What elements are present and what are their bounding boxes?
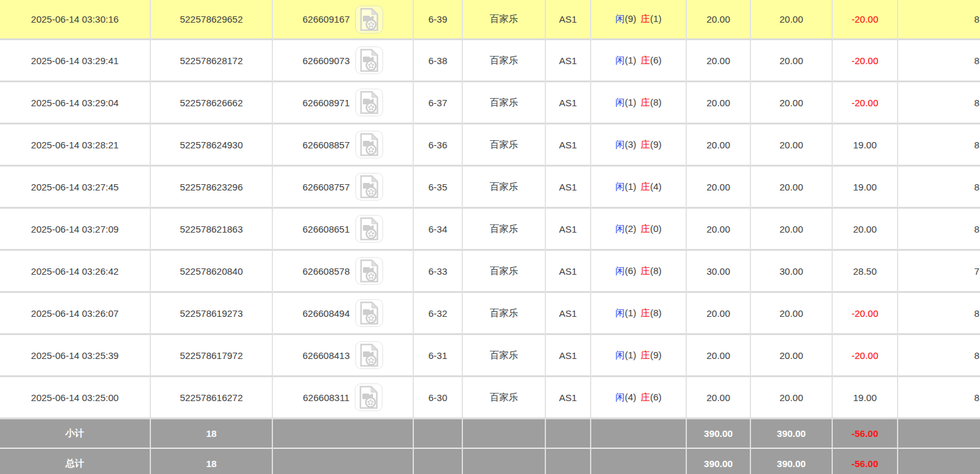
player-label: 闲: [615, 139, 625, 150]
game-id: 626609167: [303, 14, 350, 25]
bet-amount: 20.00: [687, 124, 751, 167]
game-id: 626608757: [303, 182, 350, 192]
bet-id: 522578621863: [151, 209, 273, 251]
bet-amount: 20.00: [687, 209, 751, 251]
bet-history-rows: 2025-06-14 03:30:16 522578629652 6266091…: [0, 0, 980, 474]
video-replay-button[interactable]: [355, 341, 383, 369]
game-id-cell: 626608971: [273, 82, 414, 124]
player-score: (2): [625, 223, 636, 234]
video-replay-button[interactable]: [355, 6, 383, 33]
round-number: 6-38: [414, 40, 463, 82]
summary-bet-amount: 390.00: [687, 449, 751, 474]
bet-amount: 20.00: [687, 40, 751, 82]
table-code: AS1: [546, 0, 591, 40]
table-row[interactable]: 2025-06-14 03:27:45 522578623296 6266087…: [0, 167, 980, 209]
balance-partial: 8: [898, 167, 980, 209]
win-loss: -20.00: [833, 335, 898, 377]
video-replay-button[interactable]: [355, 383, 382, 411]
table-code: AS1: [546, 40, 591, 82]
player-label: 闲: [615, 392, 625, 402]
valid-amount: 20.00: [751, 377, 833, 419]
bet-time: 2025-06-14 03:27:09: [0, 209, 151, 251]
game-id: 626608413: [303, 350, 350, 361]
game-result: 闲(1)庄(4): [591, 167, 687, 209]
video-replay-button[interactable]: [355, 215, 383, 243]
valid-amount: 20.00: [751, 82, 833, 124]
game-id-cell: 626608578: [273, 251, 414, 293]
banker-label: 庄: [641, 223, 650, 234]
game-id-cell: 626608757: [273, 167, 414, 209]
summary-empty-cell: [898, 419, 980, 449]
game-result: 闲(6)庄(8): [591, 251, 687, 293]
win-loss: -20.00: [833, 293, 898, 335]
game-type: 百家乐: [463, 167, 546, 209]
player-label: 闲: [615, 307, 625, 318]
bet-time: 2025-06-14 03:25:00: [0, 377, 151, 419]
video-replay-button[interactable]: [355, 257, 383, 285]
win-loss: 19.00: [833, 124, 898, 167]
game-result: 闲(1)庄(6): [591, 40, 687, 82]
table-row[interactable]: 2025-06-14 03:29:04 522578626662 6266089…: [0, 82, 980, 124]
table-code: AS1: [546, 82, 591, 124]
video-file-icon: [359, 91, 380, 114]
player-label: 闲: [615, 265, 625, 276]
video-replay-button[interactable]: [355, 173, 383, 201]
summary-empty-cell: [546, 419, 591, 449]
banker-score: (6): [650, 55, 662, 65]
banker-label: 庄: [641, 181, 650, 192]
valid-amount: 20.00: [751, 124, 833, 167]
round-number: 6-36: [414, 124, 463, 167]
video-file-icon: [359, 8, 380, 31]
bet-id: 522578616272: [151, 377, 273, 419]
summary-empty-cell: [591, 449, 687, 474]
player-label: 闲: [615, 223, 625, 234]
game-result: 闲(1)庄(9): [591, 335, 687, 377]
summary-empty-cell: [414, 419, 463, 449]
game-id: 626608578: [303, 266, 350, 277]
table-row[interactable]: 2025-06-14 03:27:09 522578621863 6266086…: [0, 209, 980, 251]
table-row[interactable]: 2025-06-14 03:25:00 522578616272 6266083…: [0, 377, 980, 419]
balance-partial: 8: [898, 293, 980, 335]
game-result: 闲(9)庄(1): [591, 0, 687, 40]
player-score: (1): [625, 55, 636, 65]
game-id-cell: 626608413: [273, 335, 414, 377]
bet-id: 522578624930: [151, 124, 273, 167]
bet-amount: 20.00: [687, 0, 751, 40]
valid-amount: 20.00: [751, 167, 833, 209]
table-row[interactable]: 2025-06-14 03:26:07 522578619273 6266084…: [0, 293, 980, 335]
game-type: 百家乐: [463, 0, 546, 40]
video-replay-button[interactable]: [355, 131, 383, 158]
player-label: 闲: [615, 181, 625, 192]
bet-amount: 20.00: [687, 335, 751, 377]
table-code: AS1: [546, 167, 591, 209]
total-row: 总计 18 390.00 390.00 -56.00: [0, 449, 980, 474]
video-replay-button[interactable]: [355, 89, 383, 116]
table-code: AS1: [546, 335, 591, 377]
win-loss: 19.00: [833, 167, 898, 209]
balance-partial: 8: [898, 377, 980, 419]
bet-history-table: 2025-06-14 03:30:16 522578629652 6266091…: [0, 0, 980, 474]
valid-amount: 20.00: [751, 40, 833, 82]
round-number: 6-31: [414, 335, 463, 377]
table-row[interactable]: 2025-06-14 03:25:39 522578617972 6266084…: [0, 335, 980, 377]
table-code: AS1: [546, 209, 591, 251]
table-row[interactable]: 2025-06-14 03:28:21 522578624930 6266088…: [0, 124, 980, 167]
bet-time: 2025-06-14 03:30:16: [0, 0, 151, 40]
summary-empty-cell: [463, 449, 546, 474]
table-row[interactable]: 2025-06-14 03:30:16 522578629652 6266091…: [0, 0, 980, 40]
balance-partial: 8: [898, 40, 980, 82]
summary-empty-cell: [463, 419, 546, 449]
video-file-icon: [359, 301, 380, 325]
bet-amount: 20.00: [687, 293, 751, 335]
round-number: 6-39: [414, 0, 463, 40]
game-type: 百家乐: [463, 377, 546, 419]
summary-label: 总计: [0, 449, 151, 474]
win-loss: -20.00: [833, 0, 898, 40]
table-row[interactable]: 2025-06-14 03:26:42 522578620840 6266085…: [0, 251, 980, 293]
game-id: 626608494: [303, 308, 350, 319]
game-id: 626608857: [303, 140, 350, 150]
bet-id: 522578628172: [151, 40, 273, 82]
table-row[interactable]: 2025-06-14 03:29:41 522578628172 6266090…: [0, 40, 980, 82]
video-replay-button[interactable]: [355, 47, 383, 74]
video-replay-button[interactable]: [355, 299, 383, 327]
